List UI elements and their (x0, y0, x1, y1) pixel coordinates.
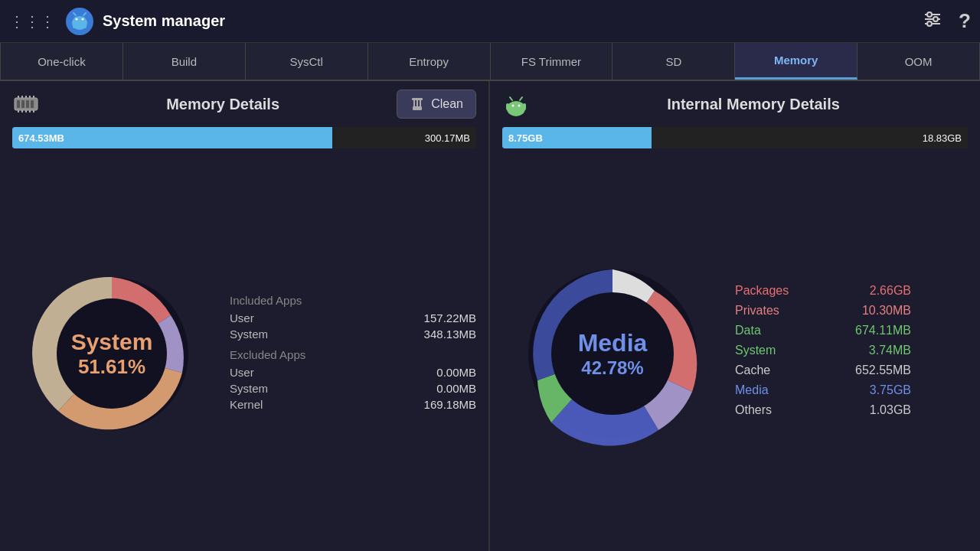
stat-row-cache: Cache 652.55MB (735, 364, 911, 377)
right-chart-area: Media 42.78% Packages 2.66GB Privates 10… (490, 156, 980, 551)
right-panel-header: Internal Memory Details (490, 81, 980, 127)
app-title: System manager (103, 12, 922, 30)
stat-value-others: 1.03GB (842, 403, 911, 417)
svg-point-40 (518, 105, 521, 107)
app-logo (64, 6, 95, 37)
stat-row-system-excluded: System 0.00MB (230, 382, 476, 395)
svg-rect-32 (416, 100, 418, 106)
svg-rect-18 (26, 100, 29, 108)
nav-item-one-click[interactable]: One-click (0, 43, 123, 80)
settings-icon[interactable] (922, 8, 943, 34)
svg-rect-17 (21, 100, 24, 108)
svg-point-39 (512, 105, 514, 107)
svg-rect-31 (413, 100, 415, 106)
svg-point-14 (927, 21, 932, 26)
stat-value-system-included: 348.13MB (400, 328, 476, 341)
nav-item-entropy[interactable]: Entropy (368, 43, 491, 80)
stat-row-others: Others 1.03GB (735, 403, 911, 417)
clean-button[interactable]: Clean (397, 90, 476, 119)
ram-icon (12, 90, 40, 118)
stat-label-user-included: User (230, 311, 254, 324)
nav-bar: One-click Build SysCtl Entropy FS Trimme… (0, 43, 980, 81)
header: ⋮⋮⋮ System manager ? (0, 0, 980, 43)
menu-icon[interactable]: ⋮⋮⋮ (9, 12, 55, 31)
stat-row-system-included: System 348.13MB (230, 328, 476, 341)
stat-value-kernel: 169.18MB (400, 398, 476, 411)
stat-row-user-included: User 157.22MB (230, 311, 476, 324)
storage-progress-bar: 8.75GB 18.83GB (502, 127, 968, 148)
stat-value-media: 3.75GB (842, 383, 911, 397)
left-panel: Memory Details Clean 674.53MB 300.17MB (0, 81, 490, 551)
donut-system-label: System (71, 329, 153, 355)
svg-rect-34 (413, 106, 422, 110)
stat-row-packages: Packages 2.66GB (735, 284, 911, 298)
stat-value-privates: 10.30MB (842, 304, 911, 318)
included-apps-label: Included Apps (230, 294, 476, 307)
stat-value-system: 3.74MB (842, 344, 911, 357)
svg-line-42 (520, 97, 522, 100)
stat-row-data: Data 674.11MB (735, 324, 911, 337)
svg-rect-7 (73, 23, 76, 28)
stat-value-user-included: 157.22MB (400, 311, 476, 324)
clean-icon (410, 96, 425, 112)
svg-rect-16 (17, 100, 20, 108)
stat-value-system-excluded: 0.00MB (400, 382, 476, 395)
svg-rect-33 (420, 100, 421, 106)
stat-label-packages: Packages (735, 284, 796, 298)
svg-rect-8 (83, 23, 87, 28)
donut-media-percent: 42.78% (578, 357, 648, 379)
stat-row-media: Media 3.75GB (735, 383, 911, 397)
stat-label-kernel: Kernel (230, 398, 263, 411)
storage-stats-table: Packages 2.66GB Privates 10.30MB Data 67… (735, 284, 911, 423)
stat-row-system: System 3.74MB (735, 344, 911, 357)
storage-free-label: 18.83GB (923, 132, 962, 144)
right-panel: Internal Memory Details 8.75GB 18.83GB (490, 81, 980, 551)
memory-stats-table: Included Apps User 157.22MB System 348.1… (230, 294, 476, 414)
left-panel-header: Memory Details Clean (0, 81, 488, 127)
memory-used-label: 674.53MB (18, 132, 64, 144)
left-panel-title: Memory Details (49, 96, 397, 113)
svg-point-4 (82, 18, 84, 20)
stat-label-system-included: System (230, 328, 268, 341)
svg-point-12 (927, 12, 932, 17)
android-icon (502, 90, 530, 118)
stat-label-others: Others (735, 403, 796, 417)
stat-row-kernel: Kernel 169.18MB (230, 398, 476, 411)
left-chart-area: System 51.61% Included Apps User 157.22M… (0, 156, 488, 551)
svg-rect-2 (74, 17, 85, 25)
storage-donut-center: Media 42.78% (578, 329, 648, 379)
svg-line-41 (510, 97, 512, 100)
svg-rect-30 (412, 98, 423, 100)
donut-system-percent: 51.61% (71, 355, 153, 379)
stat-value-user-excluded: 0.00MB (400, 366, 476, 379)
stat-label-cache: Cache (735, 364, 796, 377)
stat-label-user-excluded: User (230, 366, 254, 379)
nav-item-oom[interactable]: OOM (858, 43, 980, 80)
nav-item-sysctl[interactable]: SysCtl (246, 43, 368, 80)
nav-item-sd[interactable]: SD (612, 43, 735, 80)
svg-rect-19 (31, 100, 34, 108)
memory-progress-bar: 674.53MB 300.17MB (12, 127, 476, 148)
stat-label-privates: Privates (735, 304, 796, 318)
memory-donut-chart: System 51.61% (12, 254, 211, 453)
svg-point-3 (76, 18, 78, 20)
stat-row-privates: Privates 10.30MB (735, 304, 911, 318)
donut-center-text: System 51.61% (71, 329, 153, 379)
stat-label-media: Media (735, 383, 796, 397)
nav-item-build[interactable]: Build (123, 43, 246, 80)
nav-item-memory[interactable]: Memory (735, 43, 858, 80)
stat-label-system-excluded: System (230, 382, 268, 395)
stat-value-cache: 652.55MB (842, 364, 911, 377)
stat-label-system: System (735, 344, 796, 357)
stat-value-packages: 2.66GB (842, 284, 911, 298)
memory-free-label: 300.17MB (425, 132, 470, 144)
stat-value-data: 674.11MB (842, 324, 911, 337)
storage-used-label: 8.75GB (508, 132, 543, 144)
donut-media-label: Media (578, 329, 648, 357)
header-actions: ? (922, 8, 971, 34)
help-icon[interactable]: ? (959, 9, 971, 33)
main-content: Memory Details Clean 674.53MB 300.17MB (0, 81, 980, 551)
svg-rect-44 (523, 103, 526, 110)
storage-donut-chart: Media 42.78% (505, 246, 720, 461)
nav-item-fs-trimmer[interactable]: FS Trimmer (491, 43, 613, 80)
